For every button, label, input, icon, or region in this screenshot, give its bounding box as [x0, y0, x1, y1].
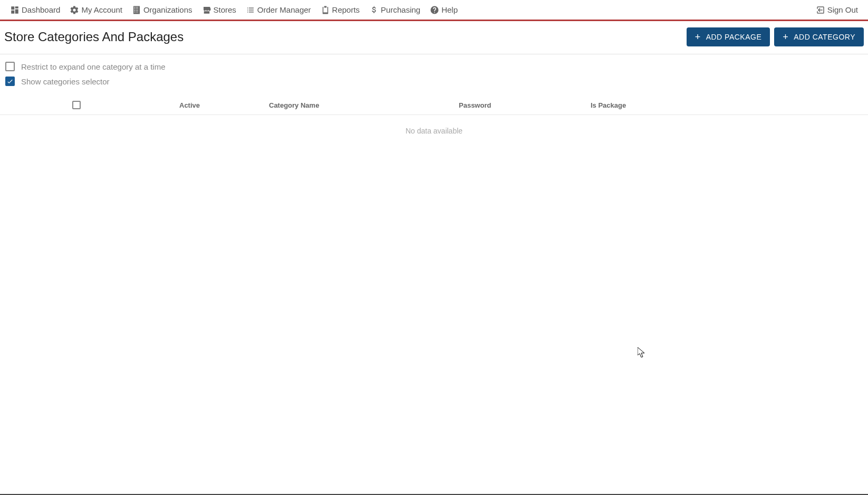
select-all-checkbox[interactable]: [72, 101, 81, 109]
column-active[interactable]: Active: [105, 101, 248, 109]
column-category-name[interactable]: Category Name: [248, 101, 417, 109]
nav-help-label: Help: [441, 5, 458, 14]
option-show-selector[interactable]: Show categories selector: [5, 77, 863, 86]
sign-out-icon: [816, 5, 825, 15]
table-header: Active Category Name Password Is Package: [0, 96, 868, 115]
nav-my-account-label: My Account: [81, 5, 122, 14]
nav-dashboard-label: Dashboard: [22, 5, 60, 14]
no-data-message: No data available: [0, 115, 868, 147]
add-package-button[interactable]: + Add Package: [687, 27, 770, 46]
nav-purchasing-label: Purchasing: [381, 5, 420, 14]
options-section: Restrict to expand one category at a tim…: [0, 54, 868, 96]
option-restrict-expand[interactable]: Restrict to expand one category at a tim…: [5, 62, 863, 71]
building-icon: [132, 5, 141, 15]
plus-icon: +: [783, 32, 788, 42]
nav-sign-out-label: Sign Out: [827, 5, 858, 14]
plus-icon: +: [695, 32, 701, 42]
column-is-package[interactable]: Is Package: [585, 101, 701, 109]
nav-stores-label: Stores: [214, 5, 236, 14]
add-category-button[interactable]: + Add Category: [774, 27, 864, 46]
top-navigation: Dashboard My Account Organizations Store…: [0, 0, 868, 21]
help-icon: [430, 5, 439, 15]
nav-organizations[interactable]: Organizations: [127, 0, 197, 20]
nav-stores[interactable]: Stores: [197, 0, 241, 20]
store-icon: [202, 5, 211, 15]
checkbox-unchecked-icon[interactable]: [5, 62, 15, 71]
nav-dashboard[interactable]: Dashboard: [5, 0, 65, 20]
nav-reports[interactable]: Reports: [316, 0, 365, 20]
dashboard-icon: [10, 5, 20, 15]
gear-icon: [70, 5, 79, 15]
option-show-selector-label: Show categories selector: [21, 77, 110, 86]
nav-purchasing[interactable]: Purchasing: [364, 0, 425, 20]
nav-reports-label: Reports: [332, 5, 360, 14]
page-title: Store Categories And Packages: [4, 30, 184, 44]
add-package-label: Add Package: [706, 33, 762, 41]
checkbox-checked-icon[interactable]: [5, 77, 15, 86]
nav-sign-out[interactable]: Sign Out: [811, 0, 863, 20]
column-password[interactable]: Password: [417, 101, 585, 109]
column-select-all: [5, 101, 105, 109]
nav-order-manager[interactable]: Order Manager: [241, 0, 316, 20]
nav-help[interactable]: Help: [425, 0, 462, 20]
dollar-icon: [369, 5, 379, 15]
nav-organizations-label: Organizations: [143, 5, 192, 14]
page-header: Store Categories And Packages + Add Pack…: [0, 21, 868, 54]
add-category-label: Add Category: [794, 33, 855, 41]
option-restrict-expand-label: Restrict to expand one category at a tim…: [21, 62, 165, 71]
nav-order-manager-label: Order Manager: [257, 5, 311, 14]
clipboard-icon: [321, 5, 330, 15]
list-icon: [246, 5, 255, 15]
nav-my-account[interactable]: My Account: [65, 0, 127, 20]
